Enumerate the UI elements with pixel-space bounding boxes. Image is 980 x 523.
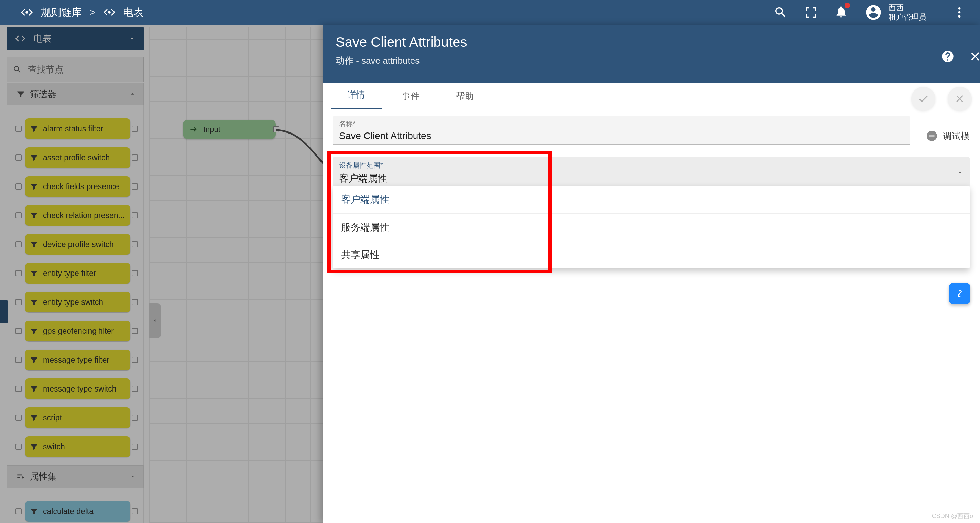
- panel-header: Save Client Attributes 动作 - save attribu…: [323, 25, 980, 83]
- more-vert-icon[interactable]: [953, 5, 966, 19]
- tab-help[interactable]: 帮助: [439, 83, 490, 109]
- output-port[interactable]: [132, 241, 138, 247]
- input-port[interactable]: [16, 415, 22, 421]
- input-port[interactable]: [16, 183, 22, 190]
- svg-point-0: [26, 12, 28, 13]
- close-icon: [954, 93, 966, 105]
- name-label: 名称*: [339, 119, 904, 128]
- node-chip: switch: [25, 436, 130, 457]
- output-port[interactable]: [132, 415, 138, 421]
- output-port[interactable]: [132, 155, 138, 161]
- node-search-input[interactable]: [28, 64, 138, 75]
- output-port[interactable]: [132, 299, 138, 305]
- user-menu[interactable]: 西西 租户管理员: [864, 3, 926, 22]
- node-palette-item[interactable]: check fields presence: [16, 176, 143, 197]
- output-port[interactable]: [132, 443, 138, 450]
- input-port[interactable]: [16, 241, 22, 247]
- filter-icon: [30, 211, 38, 220]
- scope-select[interactable]: 设备属性范围* 客户端属性: [333, 156, 970, 190]
- search-icon: [13, 64, 22, 75]
- filter-icon: [30, 385, 38, 393]
- breadcrumb-root[interactable]: 规则链库: [41, 5, 82, 20]
- sidebar-panel-enrichment: 属性集 calculate deltacustomer attributes: [7, 465, 144, 523]
- filter-icon: [30, 414, 38, 422]
- panel-title: Save Client Attributes: [336, 34, 939, 50]
- tab-events[interactable]: 事件: [385, 83, 436, 109]
- node-chip: gps geofencing filter: [25, 320, 130, 341]
- link-fab[interactable]: [949, 283, 970, 304]
- sidebar-collapse-button[interactable]: [148, 303, 161, 338]
- node-palette-item[interactable]: entity type switch: [16, 292, 143, 313]
- chevron-down-icon: [957, 169, 964, 176]
- node-search[interactable]: [7, 57, 144, 82]
- scope-option[interactable]: 客户端属性: [333, 186, 970, 213]
- notifications-button[interactable]: [834, 5, 848, 20]
- node-palette-item[interactable]: message type filter: [16, 349, 143, 370]
- node-palette-item[interactable]: script: [16, 407, 143, 428]
- output-port[interactable]: [132, 212, 138, 218]
- input-port[interactable]: [16, 155, 22, 161]
- input-port[interactable]: [16, 328, 22, 334]
- input-port[interactable]: [16, 212, 22, 218]
- filter-icon: [30, 507, 38, 515]
- filter-icon: [30, 298, 38, 306]
- node-chip: alarm status filter: [25, 118, 130, 139]
- node-palette-item[interactable]: calculate delta: [16, 501, 143, 521]
- filter-icon: [30, 153, 38, 162]
- close-icon[interactable]: [968, 49, 980, 63]
- output-port[interactable]: [132, 357, 138, 363]
- output-port[interactable]: [132, 270, 138, 276]
- fullscreen-icon[interactable]: [804, 5, 818, 19]
- name-field[interactable]: 名称* Save Client Attributes: [333, 116, 910, 145]
- node-palette-item[interactable]: alarm status filter: [16, 118, 143, 139]
- sidebar-cat-enrichment[interactable]: 属性集: [7, 465, 144, 488]
- scope-label: 设备属性范围*: [339, 161, 383, 169]
- node-palette-item[interactable]: entity type filter: [16, 263, 143, 284]
- node-palette-item[interactable]: device profile switch: [16, 234, 143, 255]
- input-port[interactable]: [16, 126, 22, 132]
- node-label: calculate delta: [43, 507, 94, 516]
- output-port[interactable]: [132, 386, 138, 392]
- help-icon[interactable]: [941, 49, 955, 63]
- node-palette-item[interactable]: message type switch: [16, 378, 143, 399]
- tab-details[interactable]: 详情: [331, 82, 382, 109]
- notification-badge: [845, 3, 850, 8]
- input-port[interactable]: [16, 357, 22, 363]
- breadcrumb-current[interactable]: 电表: [123, 5, 144, 20]
- node-palette-item[interactable]: switch: [16, 436, 143, 457]
- scope-dropdown: 客户端属性服务端属性共享属性: [333, 186, 970, 268]
- input-port[interactable]: [16, 386, 22, 392]
- rulechain-selector[interactable]: 电表: [7, 27, 144, 50]
- breadcrumb: 规则链库 > 电表: [21, 5, 144, 20]
- output-port[interactable]: [132, 328, 138, 334]
- node-palette-item[interactable]: asset profile switch: [16, 147, 143, 168]
- node-label: entity type switch: [43, 298, 103, 307]
- node-label: message type switch: [43, 384, 116, 394]
- debug-toggle[interactable]: 调试模: [926, 130, 970, 145]
- input-port[interactable]: [16, 299, 22, 305]
- breadcrumb-sep: >: [89, 6, 95, 18]
- search-icon[interactable]: [774, 5, 788, 19]
- scope-option[interactable]: 服务端属性: [333, 213, 970, 241]
- node-palette-item[interactable]: check relation presen...: [16, 205, 143, 226]
- name-value: Save Client Attributes: [339, 131, 904, 142]
- node-label: message type filter: [43, 356, 109, 365]
- output-port[interactable]: [132, 508, 138, 514]
- input-port[interactable]: [16, 443, 22, 450]
- node-chip: calculate delta: [25, 501, 130, 521]
- apply-button[interactable]: [911, 87, 935, 111]
- cancel-button[interactable]: [948, 87, 972, 111]
- output-port[interactable]: [132, 183, 138, 190]
- node-label: gps geofencing filter: [43, 327, 114, 336]
- input-port[interactable]: [16, 508, 22, 514]
- node-label: device profile switch: [43, 240, 114, 249]
- minus-circle-icon: [926, 130, 938, 142]
- scope-option[interactable]: 共享属性: [333, 241, 970, 268]
- input-port[interactable]: [16, 270, 22, 276]
- output-port[interactable]: [132, 126, 138, 132]
- filter-icon: [30, 356, 38, 364]
- list-add-icon: [16, 472, 25, 481]
- filter-icon: [30, 240, 38, 249]
- node-palette-item[interactable]: gps geofencing filter: [16, 320, 143, 341]
- sidebar-cat-filters[interactable]: 筛选器: [7, 83, 144, 105]
